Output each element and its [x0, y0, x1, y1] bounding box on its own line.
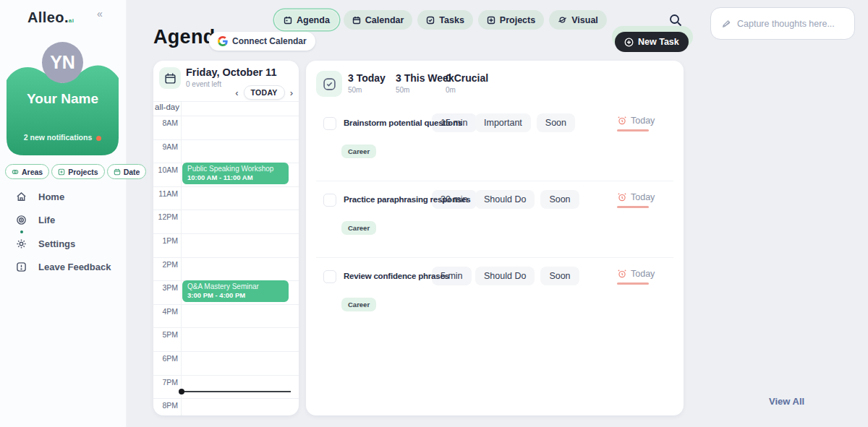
- filter-date-button[interactable]: Date: [107, 164, 147, 179]
- hour-row[interactable]: 5PM: [153, 327, 299, 351]
- sidebar-item-life[interactable]: Life: [16, 215, 55, 225]
- calendar-icon: [352, 16, 361, 25]
- hour-row[interactable]: 7PM: [153, 375, 299, 399]
- hour-row[interactable]: 12PM: [153, 210, 299, 233]
- tab-tasks[interactable]: Tasks: [417, 10, 473, 30]
- stat-label: 3 Today: [348, 72, 386, 84]
- sidebar-item-label: Settings: [38, 238, 75, 249]
- hour-row[interactable]: 4PM: [153, 304, 299, 328]
- hour-label: 5PM: [153, 330, 178, 339]
- hour-row[interactable]: 8AM: [153, 116, 299, 139]
- row-divider: [316, 257, 673, 258]
- new-task-label: New Task: [638, 37, 679, 47]
- urgency-badge[interactable]: Soon: [540, 190, 579, 209]
- hour-label: 1PM: [153, 236, 178, 245]
- tab-agenda[interactable]: Agenda: [275, 10, 339, 30]
- filter-areas-button[interactable]: Areas: [5, 164, 49, 179]
- hour-row[interactable]: 9AM: [153, 139, 299, 163]
- hour-row[interactable]: 2PM: [153, 257, 299, 281]
- connect-calendar-label: Connect Calendar: [232, 36, 307, 46]
- hour-row[interactable]: 11AM: [153, 186, 299, 210]
- badge-group: Should Do Soon: [475, 267, 579, 285]
- alarm-icon: [617, 116, 627, 126]
- stat-duration: 50m: [348, 86, 386, 94]
- hour-label: 8PM: [153, 401, 178, 410]
- today-button[interactable]: TODAY: [244, 85, 285, 100]
- all-day-label: all-day: [153, 103, 181, 111]
- capture-thoughts-input[interactable]: [737, 19, 846, 29]
- hour-label: 8AM: [153, 118, 178, 127]
- sidebar-item-leave-feedback[interactable]: Leave Feedback: [16, 262, 111, 272]
- tasks-panel: 3 Today 50m 3 This Week 50m 0 Crucial 0m…: [306, 61, 684, 415]
- task-tag[interactable]: Career: [341, 298, 376, 311]
- new-task-button[interactable]: New Task: [615, 32, 689, 52]
- capture-thoughts-box[interactable]: [710, 7, 855, 40]
- priority-badge[interactable]: Should Do: [475, 190, 535, 209]
- avatar[interactable]: YN: [42, 42, 83, 83]
- grid-icon: [487, 16, 495, 25]
- urgency-badge[interactable]: Soon: [540, 267, 579, 285]
- notifications-text[interactable]: 2 new notifications: [7, 133, 119, 142]
- check-square-icon: [323, 77, 336, 91]
- sidebar-item-home[interactable]: Home: [16, 191, 64, 202]
- due-marker[interactable]: Today: [617, 269, 655, 279]
- task-title[interactable]: Brainstorm potential questions: [344, 118, 462, 127]
- calendar-events-left: 0 event left: [186, 80, 221, 88]
- filter-label: Date: [124, 168, 140, 176]
- tab-visual[interactable]: Visual: [549, 10, 607, 30]
- hour-row[interactable]: 8PM: [153, 398, 299, 415]
- hour-label: 12PM: [153, 212, 178, 221]
- hour-row[interactable]: 1PM: [153, 233, 299, 257]
- due-marker[interactable]: Today: [617, 116, 655, 126]
- task-checkbox[interactable]: [323, 117, 336, 130]
- google-icon: [218, 36, 228, 46]
- task-title[interactable]: Review confidence phrases: [344, 272, 449, 280]
- view-all-link[interactable]: View All: [769, 396, 804, 407]
- top-navigation: Agenda Calendar Tasks Projects Visual: [275, 10, 607, 30]
- task-tag[interactable]: Career: [341, 145, 376, 158]
- sidebar-item-label: Leave Feedback: [38, 262, 111, 272]
- due-underline: [617, 129, 649, 131]
- sidebar-item-settings[interactable]: Settings: [16, 238, 75, 249]
- tasks-header-icon-box: [316, 71, 342, 97]
- due-marker[interactable]: Today: [617, 192, 655, 202]
- row-divider: [316, 181, 673, 181]
- sidebar-filters: Areas Projects Date: [5, 164, 146, 179]
- sidebar-item-label: Home: [38, 191, 64, 202]
- stat-crucial: 0 Crucial 0m: [446, 72, 488, 94]
- profile-name: Your Name: [7, 91, 119, 107]
- calendar-event[interactable]: Q&A Mastery Seminar 3:00 PM - 4:00 PM: [182, 280, 289, 302]
- task-tag[interactable]: Career: [341, 221, 376, 235]
- chevron-left-icon[interactable]: ‹: [234, 87, 239, 98]
- event-time: 10:00 AM - 11:00 AM: [187, 173, 284, 181]
- urgency-badge[interactable]: Soon: [537, 113, 575, 132]
- calendar-event[interactable]: Public Speaking Workshop 10:00 AM - 11:0…: [182, 163, 289, 184]
- collapse-sidebar-icon[interactable]: «: [97, 8, 103, 20]
- priority-badge[interactable]: Important: [475, 113, 531, 132]
- hour-label: 10AM: [153, 165, 178, 174]
- chevron-right-icon[interactable]: ›: [289, 87, 294, 98]
- task-row: Practice paraphrasing responses 30 min S…: [306, 188, 684, 257]
- tab-label: Agenda: [297, 15, 330, 25]
- calendar-navigation: ‹ TODAY ›: [234, 85, 294, 100]
- priority-badge[interactable]: Should Do: [475, 267, 535, 285]
- search-icon[interactable]: [668, 13, 683, 27]
- calendar-icon: [164, 72, 176, 85]
- task-checkbox[interactable]: [323, 270, 336, 283]
- tab-projects[interactable]: Projects: [478, 10, 544, 30]
- filter-label: Projects: [68, 168, 98, 176]
- hour-row[interactable]: 6PM: [153, 351, 299, 375]
- task-title[interactable]: Practice paraphrasing responses: [344, 195, 470, 204]
- filter-projects-button[interactable]: Projects: [51, 164, 104, 179]
- alarm-icon: [617, 192, 627, 202]
- app-logo: Alleo.ai: [27, 9, 74, 26]
- notification-dot: [96, 136, 101, 141]
- tab-calendar[interactable]: Calendar: [344, 10, 413, 30]
- task-row: Review confidence phrases 5 min Should D…: [306, 264, 684, 334]
- app-root: Alleo.ai « YN Your Name 2 new notificati…: [0, 0, 868, 427]
- life-active-dot: [20, 230, 23, 233]
- task-checkbox[interactable]: [323, 194, 336, 207]
- sidebar-item-label: Life: [38, 215, 55, 225]
- target-icon: [16, 215, 27, 225]
- connect-calendar-button[interactable]: Connect Calendar: [209, 32, 315, 51]
